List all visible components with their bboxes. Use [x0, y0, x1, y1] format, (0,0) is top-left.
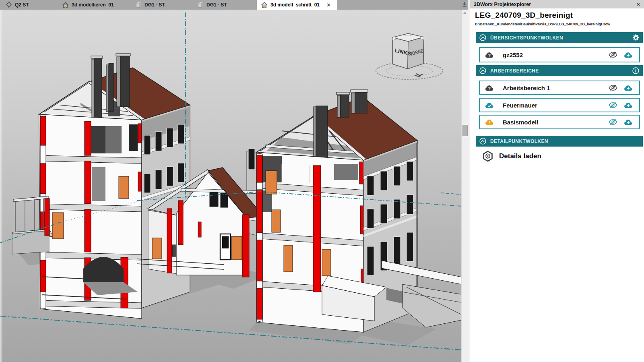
- pin-tabbar-icon[interactable]: [461, 1, 468, 8]
- section-label: ARBEITSBEREICHE: [490, 68, 539, 74]
- tab-label: Q2 ST: [15, 2, 29, 8]
- right-building: [256, 90, 461, 332]
- tab-label: 3d modellieren_01: [72, 2, 114, 8]
- panel-titlebar: 3DWorx Projektexplorer ✕: [470, 0, 644, 8]
- visibility-off-icon[interactable]: [608, 85, 618, 91]
- pointcloud-hexagon-icon: [482, 150, 494, 162]
- pointcloud-label: gz2552: [503, 52, 523, 58]
- cloud-download-icon[interactable]: [623, 84, 634, 92]
- cloud-download-icon[interactable]: [623, 101, 634, 109]
- viewport-3d-scene[interactable]: LINKS VORNE: [0, 10, 461, 362]
- cloud-download-icon[interactable]: [623, 118, 634, 126]
- workspace-row-feuermauer[interactable]: Feuermauer: [479, 98, 640, 112]
- visibility-off-icon[interactable]: [608, 102, 618, 108]
- collapse-icon[interactable]: [479, 34, 487, 41]
- pages-icon: [135, 2, 142, 8]
- visibility-off-icon[interactable]: [608, 52, 618, 58]
- section-uebersichtspunktwolken[interactable]: ÜBERSICHTSPUNKTWOLKEN: [476, 32, 643, 43]
- workspace-row-arbeitsbereich-1[interactable]: Arbeitsbereich 1: [479, 81, 640, 95]
- tab-close-icon[interactable]: ✕: [326, 2, 331, 8]
- section-detailpunktwolken[interactable]: DETAILPUNKTWOLKEN: [476, 136, 643, 147]
- project-path: D:\Daten\01_Kundendaten\Baukult\Praxis_B…: [475, 22, 610, 26]
- collapse-icon[interactable]: [479, 67, 487, 74]
- cloud-status-question-icon: [485, 84, 495, 92]
- tab-label: DG1 - ST: [206, 2, 227, 8]
- cloud-status-check-icon: [485, 101, 495, 109]
- door-left-lower: [52, 213, 64, 239]
- tab-label: DG1 - ST.: [144, 2, 166, 8]
- app-window: Q2 ST 3d modellieren_01 DG1 - ST. DG1 - …: [0, 0, 644, 362]
- workspace-label: Arbeitsbereich 1: [503, 85, 550, 91]
- tab-3d-modellieren-01[interactable]: 3d modellieren_01: [58, 0, 118, 10]
- left-terrace: [12, 196, 53, 254]
- cloud-download-icon[interactable]: [623, 51, 634, 59]
- cloud-status-warning-icon: [485, 118, 495, 126]
- door-right-2: [272, 210, 281, 232]
- tab-dg1-st-dot[interactable]: DG1 - ST.: [131, 0, 170, 10]
- door-left-upper: [119, 176, 129, 199]
- details-laden-label: Details laden: [499, 152, 541, 160]
- section-arbeitsbereiche[interactable]: ARBEITSBEREICHE: [476, 65, 643, 76]
- gear-icon[interactable]: [632, 34, 640, 41]
- info-icon[interactable]: [632, 67, 640, 74]
- workspace-label: Feuermauer: [503, 102, 537, 109]
- door-middle-left: [152, 238, 162, 259]
- panel-close-icon[interactable]: ✕: [636, 2, 640, 7]
- viewport-3d[interactable]: LINKS VORNE: [0, 10, 461, 362]
- tab-bar: Q2 ST 3d modellieren_01 DG1 - ST. DG1 - …: [0, 0, 470, 10]
- tab-dg1-st[interactable]: DG1 - ST: [193, 0, 231, 10]
- section-label: DETAILPUNKTWOLKEN: [490, 139, 548, 144]
- door-right-4: [322, 249, 331, 276]
- left-building: [12, 54, 190, 319]
- tab-q2-st[interactable]: Q2 ST: [2, 0, 33, 10]
- collapse-icon[interactable]: [479, 137, 487, 145]
- nav-cube[interactable]: LINKS VORNE: [376, 33, 443, 79]
- home-icon: [62, 2, 69, 8]
- tab-label: 3d modell_schnitt_01: [270, 2, 320, 8]
- door-right-3: [284, 245, 293, 272]
- scrollbar-thumb[interactable]: [462, 125, 468, 136]
- visibility-off-icon[interactable]: [608, 119, 618, 125]
- pages-icon: [197, 2, 204, 8]
- workspace-label: Basismodell: [503, 119, 538, 126]
- cloud-status-question-icon: [485, 51, 495, 59]
- door-middle-orange: [231, 236, 242, 260]
- workspace-row-basismodell[interactable]: Basismodell: [479, 115, 640, 129]
- project-explorer-panel: 3DWorx Projektexplorer ✕ LEG_240709_3D_b…: [470, 0, 644, 362]
- pointcloud-row-gz2552[interactable]: gz2552: [479, 47, 640, 62]
- details-laden-action[interactable]: Details laden: [482, 150, 541, 162]
- scroll-up-icon[interactable]: [462, 11, 467, 16]
- diamond-icon: [6, 1, 12, 8]
- viewport-scrollbar[interactable]: [461, 10, 468, 362]
- home-icon: [261, 2, 268, 8]
- tab-3d-modell-schnitt-01[interactable]: 3d modell_schnitt_01 ✕: [257, 0, 337, 10]
- project-title: LEG_240709_3D_bereinigt: [475, 11, 573, 20]
- panel-title: 3DWorx Projektexplorer: [474, 2, 531, 7]
- section-label: ÜBERSICHTSPUNKTWOLKEN: [490, 35, 563, 41]
- door-right-1: [266, 171, 277, 194]
